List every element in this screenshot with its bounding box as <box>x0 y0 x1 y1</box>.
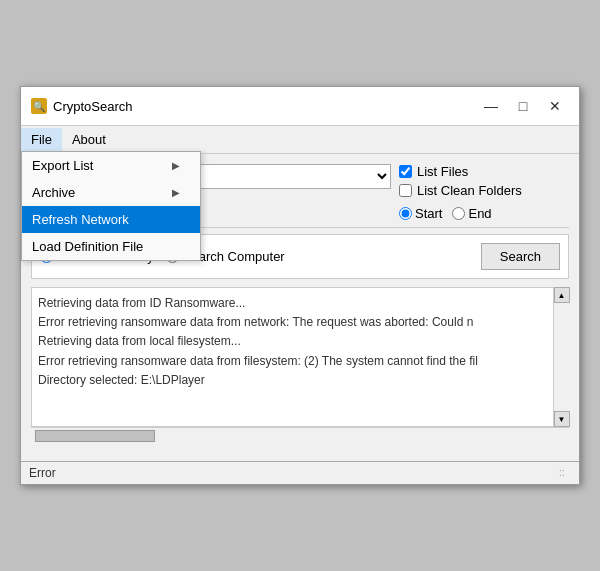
log-line-3: Retrieving data from local filesystem... <box>38 332 548 351</box>
log-line-5: Directory selected: E:\LDPlayer <box>38 371 548 390</box>
list-clean-folders-row: List Clean Folders <box>399 183 569 198</box>
vertical-scrollbar[interactable]: ▲ ▼ <box>553 287 569 427</box>
menu-item-about[interactable]: About <box>62 128 116 151</box>
list-files-label: List Files <box>417 164 468 179</box>
log-line-4: Error retrieving ransomware data from fi… <box>38 352 548 371</box>
close-button[interactable]: ✕ <box>541 95 569 117</box>
dropdown-item-load-definition[interactable]: Load Definition File <box>22 233 200 260</box>
arrow-icon: ▶ <box>172 160 180 171</box>
title-bar: 🔍 CryptoSearch — □ ✕ <box>21 87 579 126</box>
log-line-2: Error retrieving ransomware data from ne… <box>38 313 548 332</box>
maximize-button[interactable]: □ <box>509 95 537 117</box>
resize-grip-icon: :: <box>559 467 571 479</box>
log-area: Retrieving data from ID Ransomware... Er… <box>31 287 569 427</box>
scrollbar-down-button[interactable]: ▼ <box>554 411 570 427</box>
title-bar-controls: — □ ✕ <box>477 95 569 117</box>
main-window: 🔍 CryptoSearch — □ ✕ File Export List ▶ … <box>20 86 580 485</box>
log-container: Retrieving data from ID Ransomware... Er… <box>31 287 569 427</box>
right-controls: List Files List Clean Folders Start End <box>399 164 569 221</box>
dropdown-item-archive[interactable]: Archive ▶ <box>22 179 200 206</box>
file-dropdown: Export List ▶ Archive ▶ Refresh Network … <box>21 151 201 261</box>
arrow-icon: ▶ <box>172 187 180 198</box>
end-radio[interactable] <box>452 207 465 220</box>
dropdown-item-export-list[interactable]: Export List ▶ <box>22 152 200 179</box>
list-files-row: List Files <box>399 164 569 179</box>
status-text: Error <box>29 466 56 480</box>
start-radio[interactable] <box>399 207 412 220</box>
minimize-button[interactable]: — <box>477 95 505 117</box>
h-scrollbar-thumb[interactable] <box>35 430 155 442</box>
menu-bar: File Export List ▶ Archive ▶ Refresh Net… <box>21 126 579 154</box>
search-button[interactable]: Search <box>481 243 560 270</box>
list-clean-folders-label: List Clean Folders <box>417 183 522 198</box>
scrollbar-track <box>555 303 569 411</box>
app-icon: 🔍 <box>31 98 47 114</box>
dropdown-item-refresh-network[interactable]: Refresh Network <box>22 206 200 233</box>
horizontal-scrollbar[interactable] <box>31 427 569 443</box>
list-clean-folders-checkbox[interactable] <box>399 184 412 197</box>
title-bar-left: 🔍 CryptoSearch <box>31 98 132 114</box>
window-title: CryptoSearch <box>53 99 132 114</box>
end-radio-label: End <box>452 206 491 221</box>
start-radio-label: Start <box>399 206 442 221</box>
list-files-checkbox[interactable] <box>399 165 412 178</box>
menu-item-file[interactable]: File Export List ▶ Archive ▶ Refresh Net… <box>21 128 62 151</box>
start-end-row: Start End <box>399 206 569 221</box>
status-bar: Error :: <box>21 461 579 484</box>
scrollbar-up-button[interactable]: ▲ <box>554 287 570 303</box>
log-line-1: Retrieving data from ID Ransomware... <box>38 294 548 313</box>
